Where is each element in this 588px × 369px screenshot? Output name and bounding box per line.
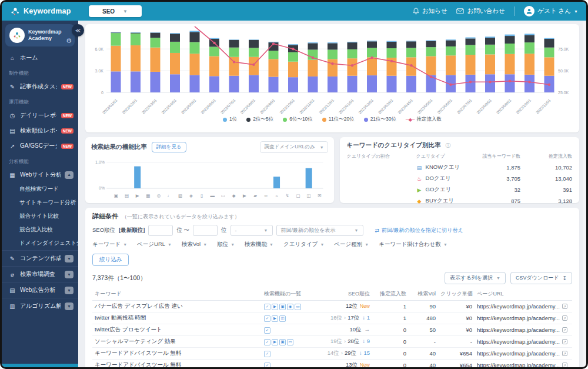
- sidebar-item[interactable]: ✎コンテンツ作成▼: [2, 250, 78, 266]
- sidebar-subitem[interactable]: 競合サイト比較: [2, 210, 78, 223]
- legend-item[interactable]: 1位: [223, 116, 237, 123]
- table-row[interactable]: キーワードアドバイスツール 無料✓13位New040¥654https://ke…: [92, 360, 572, 368]
- page-url-cell[interactable]: https://keywordmap.jp/academy...↗: [475, 348, 572, 360]
- domain-filter-select[interactable]: 調査ドメインURLのみ ▼: [260, 141, 328, 153]
- sidebar-item[interactable]: ▥アルゴリズム解析▼: [2, 298, 78, 314]
- sidebar-item[interactable]: ⌂ホーム: [2, 50, 78, 65]
- csv-download-button[interactable]: CSVダウンロード↧: [510, 272, 572, 284]
- edit-doc-icon: ✎: [9, 84, 16, 90]
- table-row[interactable]: twitter 動画投稿 時間✓▶◫16位›17位↓ 11480¥0https:…: [92, 313, 572, 324]
- product-select-value: SEO: [102, 8, 115, 15]
- legend-item[interactable]: 6位〜10位: [283, 116, 313, 123]
- chevron-down-icon[interactable]: ▼: [65, 255, 74, 262]
- table-row[interactable]: バナー広告 ディスプレイ広告 違い✓▶▣◉▭12位New190¥0https:/…: [92, 301, 572, 313]
- legend-label: 11位〜20位: [329, 116, 355, 123]
- workspace-card[interactable]: Keywordmap Academy ⚙: [5, 24, 75, 46]
- clock-icon: ◷: [9, 112, 16, 119]
- view-detail-button[interactable]: 詳細を見る: [152, 142, 186, 152]
- serp-feature-icon: ◆: [232, 193, 236, 198]
- legend-item[interactable]: 11位〜20位: [322, 116, 355, 123]
- inflow-count: 391: [520, 187, 572, 193]
- page-url-cell[interactable]: https://keywordmap.jp/academy...↗: [475, 313, 572, 324]
- rank-to-input[interactable]: [193, 225, 218, 236]
- rank-condition-select[interactable]: -▼: [230, 225, 273, 236]
- play-icon: ◉: [287, 304, 293, 310]
- legend-item[interactable]: 21位〜30位: [364, 116, 396, 123]
- table-column-header[interactable]: SEO順位: [308, 288, 372, 301]
- legend-item[interactable]: 2位〜5位: [246, 116, 273, 123]
- seo-rank-cell: 13位New: [308, 360, 372, 368]
- rank-from-input[interactable]: [148, 225, 173, 236]
- table-row[interactable]: キーワードアドバイスツール 無料✓14位›29位↓ 15040¥654https…: [92, 348, 572, 360]
- sidebar-item[interactable]: ↗GA/GSCデータNEW: [2, 138, 78, 154]
- svg-text:2023/05/01: 2023/05/01: [416, 98, 433, 115]
- sidebar-subitem[interactable]: 自然検索ワード: [2, 182, 78, 196]
- keyword-cell: twitter広告 プロモツイート: [92, 324, 262, 336]
- new-badge: NEW: [61, 128, 74, 134]
- table-column-header[interactable]: 検索Vol: [409, 288, 438, 301]
- inflow-cell: 1: [372, 313, 409, 324]
- filter-dropdown[interactable]: キーワード掛け合わせ数▼: [379, 241, 447, 248]
- chevron-up-icon[interactable]: ▼: [65, 171, 74, 179]
- table-column-header[interactable]: 推定流入数: [372, 288, 409, 301]
- page-url-cell[interactable]: https://keywordmap.jp/academy...↗: [475, 301, 572, 313]
- query-table-header: クエリタイプ: [416, 153, 469, 159]
- filter-dropdown[interactable]: クエリタイプ▼: [283, 241, 324, 248]
- table-row[interactable]: ソーシャルマーケティング 効果✓▶▣▭19位›28位↓ 90--https://…: [92, 336, 572, 348]
- inflow-count: 3,128: [520, 198, 572, 204]
- keywordmap-logo[interactable]: Keywordmap: [10, 6, 71, 16]
- chevron-down-icon[interactable]: ▼: [65, 302, 74, 310]
- seo-rank-cell: 14位›29位↓ 15: [308, 348, 372, 360]
- card-title: 検索結果の機能比率: [91, 143, 147, 151]
- filters-title: 詳細条件: [92, 212, 118, 221]
- keyword-count: 1,875: [469, 164, 520, 171]
- serp-feature-icon: ▯: [201, 193, 203, 198]
- table-column-header[interactable]: 検索機能の一覧: [262, 288, 308, 301]
- filter-dropdown[interactable]: 順位▼: [217, 241, 235, 248]
- product-select[interactable]: SEO ▼: [89, 5, 142, 17]
- filter-dropdown[interactable]: ページURL▼: [137, 241, 172, 248]
- legend-item[interactable]: ─◆─推定流入数: [406, 116, 442, 123]
- filter-dropdown[interactable]: キーワード▼: [92, 241, 127, 248]
- page-url-cell[interactable]: https://keywordmap.jp/academy...↗: [475, 336, 572, 348]
- sidebar-item[interactable]: ▤Web広告分析▼: [2, 282, 78, 298]
- sidebar-item[interactable]: ⌀検索市場調査▼: [2, 266, 78, 282]
- rank-trend-chart[interactable]: 025.0K3.0K50.0K6.0K75.0K2022/01/012022/0…: [89, 26, 576, 115]
- sidebar-subitem[interactable]: サイトキーワード分析: [2, 196, 78, 210]
- check-icon: ✓: [264, 351, 270, 357]
- sidebar-item[interactable]: ▤検索順位レポートNEW: [2, 123, 78, 138]
- table-column-header[interactable]: クリック単価: [438, 288, 475, 301]
- scrollbar[interactable]: [583, 21, 586, 367]
- sidebar-section-label: 運用機能: [2, 94, 78, 108]
- sidebar-subitem[interactable]: ドメインダイジェスト分析: [2, 237, 78, 250]
- table-column-header[interactable]: ページURL: [475, 288, 572, 301]
- chevron-down-icon: ▼: [574, 9, 578, 14]
- apply-filter-button[interactable]: 絞り込み: [92, 254, 129, 266]
- filter-dropdown[interactable]: 検索機能▼: [245, 241, 273, 248]
- notifications-button[interactable]: お知らせ: [413, 7, 447, 15]
- page-url-cell[interactable]: https://keywordmap.jp/academy...↗: [475, 360, 572, 368]
- sidebar-section-label: 分析機能: [2, 154, 78, 167]
- contact-button[interactable]: お問い合わせ: [456, 7, 505, 15]
- select-columns-button[interactable]: 表示する列を選択▼: [445, 272, 506, 284]
- sidebar-item[interactable]: ✎記事作成タスクNEW: [2, 79, 78, 94]
- gear-icon[interactable]: ⚙: [66, 37, 72, 45]
- rank-display-select[interactable]: 前回/最新の順位を表示▼: [276, 225, 363, 236]
- sidebar-item[interactable]: ◷デイリーレポートNEW: [2, 108, 78, 123]
- serp-feature-chart[interactable]: 1.0%0%▣▤▶▦◎♩▧◈▯▬▭◆▶▰∞≈↯▢◫✉: [91, 153, 328, 202]
- cpc-cell: ¥0: [438, 324, 475, 336]
- filter-dropdown[interactable]: ページ種別▼: [334, 241, 369, 248]
- sidebar-subitem[interactable]: 競合流入比較: [2, 223, 78, 237]
- sidebar-item[interactable]: ▦Webサイト分析▼: [2, 167, 78, 182]
- info-icon[interactable]: ⓘ: [446, 142, 451, 149]
- chevron-down-icon[interactable]: ▼: [65, 271, 74, 278]
- svg-text:3.0K: 3.0K: [95, 69, 104, 73]
- page-url-cell[interactable]: https://keywordmap.jp/academy...↗: [475, 324, 572, 336]
- chevron-down-icon[interactable]: ▼: [65, 287, 74, 294]
- sidebar-collapse-button[interactable]: ≪: [72, 24, 84, 36]
- table-column-header[interactable]: キーワード: [92, 288, 262, 301]
- filter-dropdown[interactable]: 検索Vol▼: [182, 241, 207, 248]
- table-row[interactable]: twitter広告 プロモツイート✓10位→050¥0https://keywo…: [92, 324, 572, 336]
- user-menu[interactable]: ゲスト さん ▼: [524, 6, 578, 16]
- switch-rank-mode-link[interactable]: ⇄ 前回/最新の順位を指定に切り替え: [375, 227, 463, 234]
